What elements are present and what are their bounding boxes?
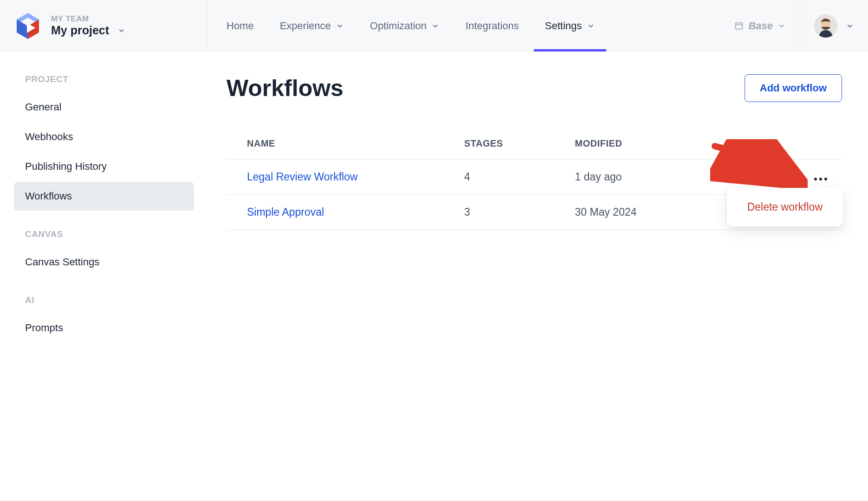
nav-settings[interactable]: Settings	[532, 0, 608, 51]
top-header: MY TEAM My project Home Experience Optim…	[0, 0, 868, 52]
chevron-down-icon	[336, 22, 344, 30]
svg-marker-1	[17, 19, 28, 39]
col-stages: STAGES	[460, 128, 571, 160]
sidebar-item-general[interactable]: General	[14, 93, 194, 122]
workflow-name-link[interactable]: Simple Approval	[227, 195, 460, 230]
account-menu[interactable]	[800, 0, 868, 51]
col-actions	[780, 128, 842, 160]
chevron-down-icon	[117, 26, 126, 35]
product-logo-icon	[13, 11, 43, 41]
chevron-down-icon	[431, 22, 440, 30]
row-context-menu: Delete workflow	[727, 188, 843, 226]
sidebar-item-webhooks[interactable]: Webhooks	[14, 122, 194, 151]
settings-sidebar: PROJECT General Webhooks Publishing Hist…	[0, 52, 208, 366]
base-label: Base	[748, 20, 773, 32]
sidebar-item-workflows[interactable]: Workflows	[14, 182, 194, 211]
chevron-down-icon	[846, 22, 854, 30]
primary-nav: Home Experience Optimization Integration…	[208, 0, 614, 51]
nav-experience[interactable]: Experience	[267, 0, 357, 51]
page-title: Workflows	[227, 75, 343, 102]
row-actions-button[interactable]	[810, 176, 831, 182]
sidebar-item-prompts[interactable]: Prompts	[14, 314, 194, 342]
project-name: My project	[51, 24, 109, 37]
workflow-name-link[interactable]: Legal Review Workflow	[227, 160, 460, 195]
base-switcher[interactable]: Base	[720, 0, 800, 51]
sidebar-heading-project: PROJECT	[25, 74, 183, 84]
chevron-down-icon	[777, 22, 786, 30]
sidebar-heading-ai: AI	[25, 295, 183, 305]
sidebar-heading-canvas: CANVAS	[25, 229, 183, 239]
svg-rect-4	[736, 23, 743, 29]
delete-workflow-item[interactable]: Delete workflow	[747, 201, 823, 213]
add-workflow-button[interactable]: Add workflow	[745, 74, 842, 102]
nav-home[interactable]: Home	[214, 0, 267, 51]
panel-icon	[734, 21, 744, 31]
chevron-down-icon	[587, 22, 595, 30]
dots-icon	[814, 178, 817, 180]
sidebar-item-canvas-settings[interactable]: Canvas Settings	[14, 248, 194, 276]
project-selector[interactable]: My project	[51, 24, 126, 37]
nav-integrations[interactable]: Integrations	[453, 0, 532, 51]
col-modified: MODIFIED	[571, 128, 781, 160]
avatar	[814, 14, 837, 38]
workflow-stages: 3	[460, 195, 571, 230]
sidebar-item-publishing-history[interactable]: Publishing History	[14, 152, 194, 181]
project-brand: MY TEAM My project	[0, 0, 208, 51]
nav-optimization[interactable]: Optimization	[357, 0, 453, 51]
workflow-stages: 4	[460, 160, 571, 195]
main-content: Workflows Add workflow NAME STAGES MODIF…	[208, 52, 868, 366]
col-name: NAME	[227, 128, 460, 160]
team-label: MY TEAM	[51, 14, 126, 24]
header-right: Base	[720, 0, 868, 51]
